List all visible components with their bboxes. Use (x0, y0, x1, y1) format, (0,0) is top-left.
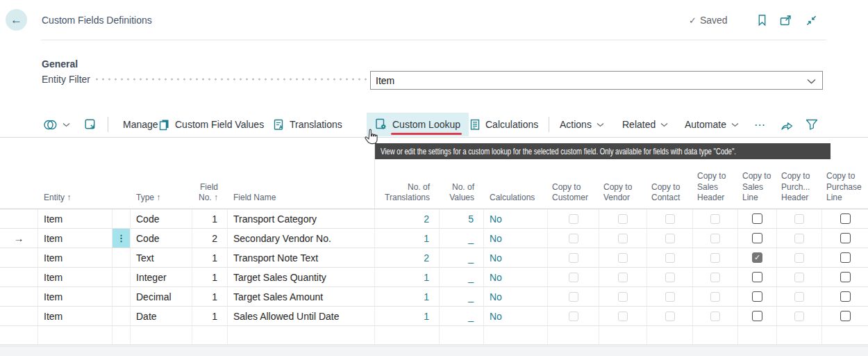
checkbox-copy-to-purchase-line[interactable] (822, 248, 868, 267)
checkbox-copy-to-purch-header (777, 229, 822, 248)
cell-type[interactable]: Text (131, 248, 192, 267)
cell-no-of-values[interactable]: _ (440, 229, 484, 248)
manage-menu-button[interactable]: Manage (123, 112, 158, 137)
open-in-new-window-icon[interactable] (779, 13, 793, 27)
switch-view-button[interactable] (43, 112, 70, 137)
cell-calculations[interactable]: No (484, 307, 548, 325)
col-field-no[interactable]: Field No. ↑ (192, 138, 228, 209)
cell-field-name[interactable]: Transport Category (228, 209, 375, 228)
row-menu-icon[interactable] (112, 209, 131, 228)
cell-field-no[interactable]: 1 (192, 268, 228, 286)
cell-entity[interactable]: Item (38, 209, 112, 228)
checkbox-copy-to-purchase-line[interactable] (822, 229, 868, 248)
row-menu-icon[interactable] (112, 248, 131, 267)
translations-button[interactable]: Translations (273, 112, 342, 137)
related-menu-button[interactable]: Related (622, 112, 668, 137)
row-menu-icon[interactable] (112, 268, 131, 286)
cell-no-of-values[interactable]: _ (440, 287, 484, 306)
toolbar-divider (549, 117, 549, 132)
checkbox-copy-to-customer (548, 307, 599, 325)
table-row: Item Integer 1 Target Sales Quantity 1 _… (0, 268, 868, 287)
cell-type[interactable]: Code (131, 209, 192, 228)
share-icon[interactable] (781, 112, 794, 137)
cell-no-of-values[interactable]: _ (440, 248, 484, 267)
table-row: Item Date 1 Sales Allowed Until Date 1 _… (0, 307, 868, 326)
cell-no-of-translations[interactable]: 2 (375, 209, 440, 228)
cell-no-of-translations[interactable]: 2 (375, 248, 440, 267)
cell-no-of-values[interactable]: _ (440, 307, 484, 325)
cell-field-name[interactable]: Sales Allowed Until Date (228, 307, 375, 325)
collapse-view-icon[interactable] (804, 13, 818, 27)
entity-filter-combobox[interactable]: Item (370, 71, 823, 90)
checkbox-copy-to-purchase-line[interactable] (822, 268, 868, 286)
cell-field-no[interactable]: 1 (192, 307, 228, 325)
checkbox-copy-to-purchase-line[interactable] (822, 287, 868, 306)
row-menu-icon[interactable] (112, 307, 131, 325)
filter-icon[interactable] (806, 112, 818, 137)
row-indicator (0, 209, 38, 228)
checkbox-copy-to-customer (548, 248, 599, 267)
checkbox-copy-to-contact (647, 209, 693, 228)
checkbox-copy-to-sales-line[interactable] (738, 268, 777, 286)
cell-calculations[interactable]: No (484, 248, 548, 267)
cell-no-of-translations[interactable]: 1 (375, 229, 440, 248)
cell-calculations[interactable]: No (484, 229, 548, 248)
cell-entity[interactable]: Item (38, 248, 112, 267)
cell-entity[interactable]: Item (38, 287, 112, 306)
cell-type[interactable]: Decimal (131, 287, 192, 306)
save-status: ✓ Saved (689, 15, 728, 26)
cell-entity[interactable]: Item (38, 307, 112, 325)
col-field-name[interactable]: Field Name (228, 138, 375, 209)
checkbox-copy-to-sales-line[interactable]: ✓ (738, 248, 777, 267)
custom-field-values-button[interactable]: Custom Field Values (158, 112, 264, 137)
col-type[interactable]: Type ↑ (131, 138, 192, 209)
checkbox-copy-to-purch-header (777, 248, 822, 267)
row-menu-icon[interactable]: ⋮ (112, 229, 131, 248)
checkbox-copy-to-sales-line[interactable] (738, 287, 777, 306)
col-menu (112, 138, 131, 209)
cell-field-no[interactable]: 1 (192, 287, 228, 306)
chevron-down-icon (731, 122, 739, 127)
chevron-down-icon[interactable] (807, 79, 816, 84)
calculations-button[interactable]: Calculations (469, 112, 538, 137)
cell-no-of-translations[interactable]: 1 (375, 307, 440, 325)
cell-field-no[interactable]: 1 (192, 248, 228, 267)
cell-field-name[interactable]: Transport Note Text (228, 248, 375, 267)
checkbox-copy-to-customer (548, 287, 599, 306)
cell-field-name[interactable]: Target Sales Quantity (228, 268, 375, 286)
checkbox-copy-to-purchase-line[interactable] (822, 307, 868, 325)
cell-type[interactable]: Date (131, 307, 192, 325)
row-indicator (0, 307, 38, 325)
cell-no-of-values[interactable]: _ (440, 268, 484, 286)
checkbox-copy-to-sales-header (693, 209, 738, 228)
cell-entity[interactable]: Item (38, 268, 112, 286)
refresh-layout-button[interactable] (84, 112, 97, 137)
cell-no-of-values[interactable]: 5 (440, 209, 484, 228)
checkbox-copy-to-purchase-line[interactable] (822, 209, 868, 228)
bookmark-icon[interactable] (755, 13, 769, 27)
cell-type[interactable]: Code (131, 229, 192, 248)
cell-field-no[interactable]: 1 (192, 209, 228, 228)
actions-menu-button[interactable]: Actions (560, 112, 604, 137)
cell-calculations[interactable]: No (484, 268, 548, 286)
more-options-icon[interactable]: ⋯ (754, 112, 766, 137)
cell-calculations[interactable]: No (484, 287, 548, 306)
cell-calculations[interactable]: No (484, 209, 548, 228)
row-menu-icon[interactable] (112, 287, 131, 306)
cell-entity[interactable]: Item (38, 229, 112, 248)
custom-lookup-button[interactable]: Custom Lookup (367, 113, 469, 136)
checkbox-copy-to-sales-line[interactable] (738, 209, 777, 228)
back-button[interactable]: ← (6, 9, 27, 31)
checkbox-copy-to-vendor (599, 209, 647, 228)
automate-menu-button[interactable]: Automate (685, 112, 739, 137)
cell-field-name[interactable]: Target Sales Amount (228, 287, 375, 306)
cell-field-name[interactable]: Secondary Vendor No. (228, 229, 375, 248)
checkbox-copy-to-sales-line[interactable] (738, 229, 777, 248)
col-entity[interactable]: Entity ↑ (38, 138, 112, 209)
cell-field-no[interactable]: 2 (192, 229, 228, 248)
cell-no-of-translations[interactable]: 1 (375, 268, 440, 286)
cell-type[interactable]: Integer (131, 268, 192, 286)
checkbox-copy-to-sales-line[interactable] (738, 307, 777, 325)
checkbox-copy-to-vendor (599, 287, 647, 306)
cell-no-of-translations[interactable]: 1 (375, 287, 440, 306)
